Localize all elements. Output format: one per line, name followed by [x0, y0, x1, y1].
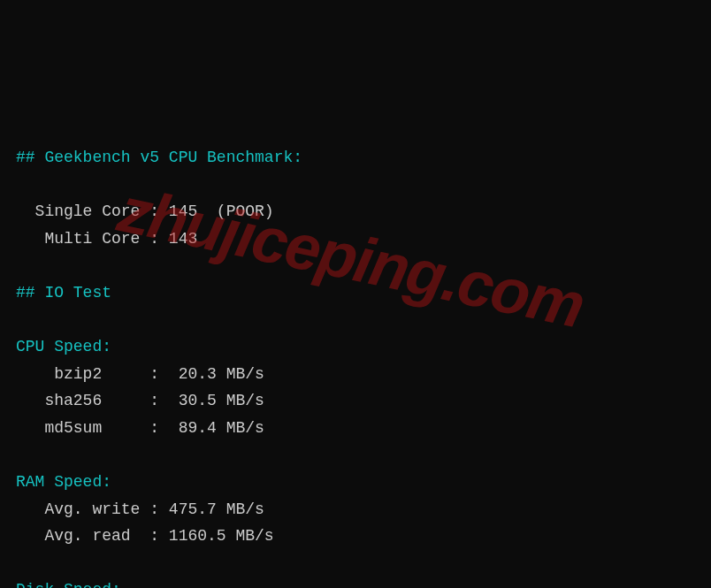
- multi-core-label: Multi Core :: [16, 230, 169, 248]
- bzip2-label: bzip2 :: [16, 365, 179, 383]
- ram-read-label: Avg. read :: [16, 527, 169, 545]
- watermark-text: zhujiceping.com: [109, 156, 593, 360]
- geekbench-header: ## Geekbench v5 CPU Benchmark:: [16, 149, 302, 166]
- single-core-label: Single Core :: [16, 202, 169, 220]
- ram-write-label: Avg. write :: [16, 500, 169, 518]
- ram-read-value: 1160.5 MB/s: [169, 527, 274, 545]
- sha256-value: 30.5 MB/s: [179, 392, 264, 409]
- sha256-label: sha256 :: [16, 392, 179, 409]
- io-test-header: ## IO Test: [16, 284, 111, 302]
- ram-speed-header: RAM Speed:: [16, 473, 111, 491]
- ram-write-value: 475.7 MB/s: [169, 500, 264, 518]
- md5sum-label: md5sum :: [16, 419, 179, 437]
- single-core-value: 145 (POOR): [169, 202, 274, 220]
- md5sum-value: 89.4 MB/s: [179, 419, 264, 437]
- bzip2-value: 20.3 MB/s: [179, 365, 264, 383]
- multi-core-value: 143: [169, 230, 197, 248]
- cpu-speed-header: CPU Speed:: [16, 338, 111, 355]
- disk-speed-header: Disk Speed:: [16, 581, 121, 588]
